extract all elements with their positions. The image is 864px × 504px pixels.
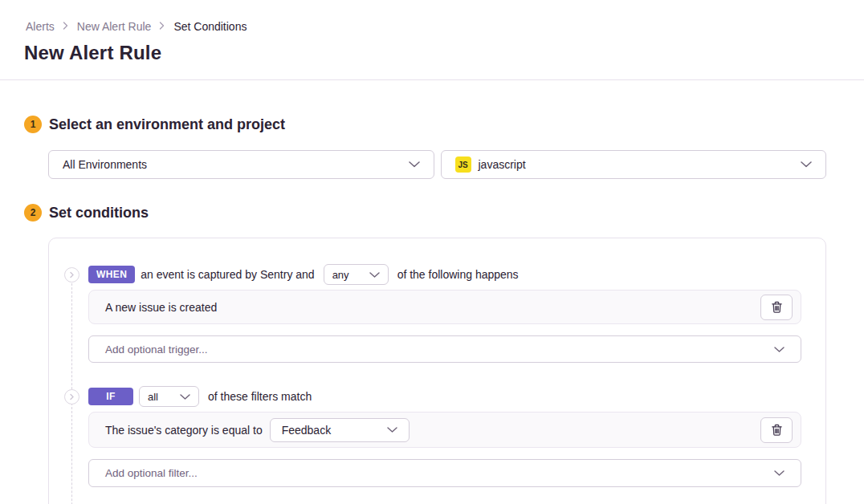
filter-value: Feedback: [282, 424, 331, 437]
step-1-title: Select an environment and project: [49, 116, 285, 133]
when-text-before: an event is captured by Sentry and: [141, 268, 314, 281]
main-content: 1 Select an environment and project All …: [0, 116, 864, 504]
chevron-down-icon: [180, 394, 190, 400]
breadcrumb-separator-icon: [63, 20, 69, 32]
when-text-after: of the following happens: [397, 268, 519, 281]
environment-select[interactable]: All Environments: [48, 150, 434, 179]
filter-value-select[interactable]: Feedback: [270, 418, 410, 442]
breadcrumb-separator-icon: [159, 20, 165, 32]
filter-label: The issue's category is equal to: [97, 424, 263, 437]
if-badge: IF: [88, 388, 133, 405]
breadcrumb-new-alert-rule[interactable]: New Alert Rule: [77, 20, 152, 33]
breadcrumb-alerts[interactable]: Alerts: [26, 20, 55, 33]
add-optional-trigger-placeholder: Add optional trigger...: [105, 343, 208, 356]
when-match-value: any: [332, 269, 349, 281]
page-title: New Alert Rule: [24, 42, 838, 64]
environment-select-value: All Environments: [63, 158, 147, 171]
step-2-header: 2 Set conditions: [24, 204, 826, 222]
chevron-right-circle-icon: [64, 389, 79, 404]
trash-icon: [771, 301, 783, 314]
add-optional-filter-placeholder: Add optional filter...: [105, 467, 198, 479]
if-match-value: all: [148, 391, 158, 403]
step-2-number-badge: 2: [24, 204, 42, 222]
breadcrumb: Alerts New Alert Rule Set Conditions: [26, 20, 838, 33]
step-1-number-badge: 1: [24, 116, 42, 133]
trigger-row: A new issue is created: [88, 290, 801, 324]
step-2-title: Set conditions: [49, 205, 149, 222]
delete-filter-button[interactable]: [760, 417, 793, 443]
chevron-down-icon: [774, 347, 785, 352]
trigger-label: A new issue is created: [97, 301, 217, 314]
chevron-down-icon: [387, 427, 397, 433]
chevron-down-icon: [774, 470, 785, 476]
project-select[interactable]: JS javascript: [441, 150, 827, 179]
page-header: Alerts New Alert Rule Set Conditions New…: [0, 0, 864, 80]
add-optional-trigger-select[interactable]: Add optional trigger...: [88, 335, 801, 363]
environment-project-row: All Environments JS javascript: [48, 150, 826, 179]
if-text-after: of these filters match: [208, 390, 312, 403]
when-badge: WHEN: [88, 266, 135, 283]
delete-trigger-button[interactable]: [760, 295, 793, 320]
chevron-down-icon: [369, 272, 380, 278]
step-1-header: 1 Select an environment and project: [24, 116, 826, 133]
javascript-platform-icon: JS: [455, 156, 471, 173]
breadcrumb-set-conditions: Set Conditions: [173, 20, 247, 33]
trash-icon: [771, 424, 783, 437]
filter-row: The issue's category is equal to Feedbac…: [88, 412, 801, 448]
when-condition-header: WHEN an event is captured by Sentry and …: [88, 264, 801, 285]
when-match-select[interactable]: any: [324, 264, 389, 285]
if-match-select[interactable]: all: [139, 386, 199, 407]
add-optional-filter-select[interactable]: Add optional filter...: [88, 459, 801, 487]
project-select-value: javascript: [479, 158, 526, 171]
if-condition-header: IF all of these filters match: [88, 386, 801, 407]
chevron-down-icon: [801, 161, 812, 168]
chevron-down-icon: [409, 161, 420, 168]
conditions-card: WHEN an event is captured by Sentry and …: [48, 238, 826, 504]
chevron-right-circle-icon: [64, 267, 79, 282]
